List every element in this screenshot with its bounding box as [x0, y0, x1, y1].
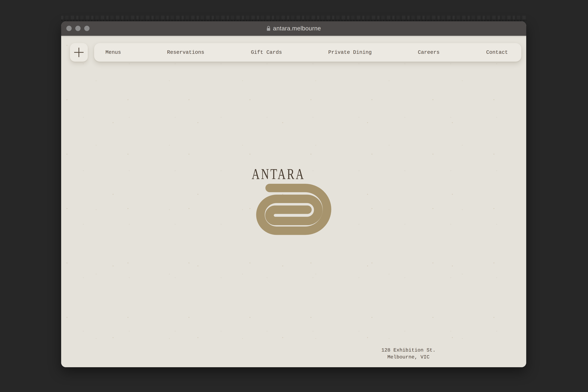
- lock-icon: [266, 26, 271, 31]
- nav-bar: Menus Reservations Gift Cards Private Di…: [94, 43, 521, 62]
- window-close-button[interactable]: [66, 26, 72, 31]
- spiral-logo-icon: [254, 181, 335, 238]
- nav-item-menus[interactable]: Menus: [106, 50, 121, 55]
- footer-address: 128 Exhibition St. Melbourne, VIC: [381, 347, 436, 361]
- url-text: antara.melbourne: [273, 25, 321, 32]
- browser-window: antara.melbourne Menus Reservations Gift…: [61, 21, 526, 367]
- new-tab-button[interactable]: [70, 43, 88, 62]
- window-controls: [66, 21, 90, 36]
- nav-item-private-dining[interactable]: Private Dining: [328, 50, 372, 55]
- address-bar[interactable]: antara.melbourne: [266, 25, 321, 32]
- nav-item-careers[interactable]: Careers: [418, 50, 440, 55]
- site-page: Menus Reservations Gift Cards Private Di…: [61, 36, 526, 367]
- window-expand-button[interactable]: [84, 26, 90, 31]
- desktop-texture: [61, 16, 526, 21]
- nav-item-gift-cards[interactable]: Gift Cards: [251, 50, 282, 55]
- browser-titlebar[interactable]: antara.melbourne: [61, 21, 526, 36]
- nav-item-contact[interactable]: Contact: [486, 50, 508, 55]
- plus-icon: [74, 48, 84, 57]
- brand-wordmark: ANTARA: [252, 166, 305, 183]
- nav-item-reservations[interactable]: Reservations: [167, 50, 204, 55]
- address-line-2: Melbourne, VIC: [381, 354, 436, 361]
- address-line-1: 128 Exhibition St.: [381, 347, 436, 354]
- window-minimize-button[interactable]: [75, 26, 80, 31]
